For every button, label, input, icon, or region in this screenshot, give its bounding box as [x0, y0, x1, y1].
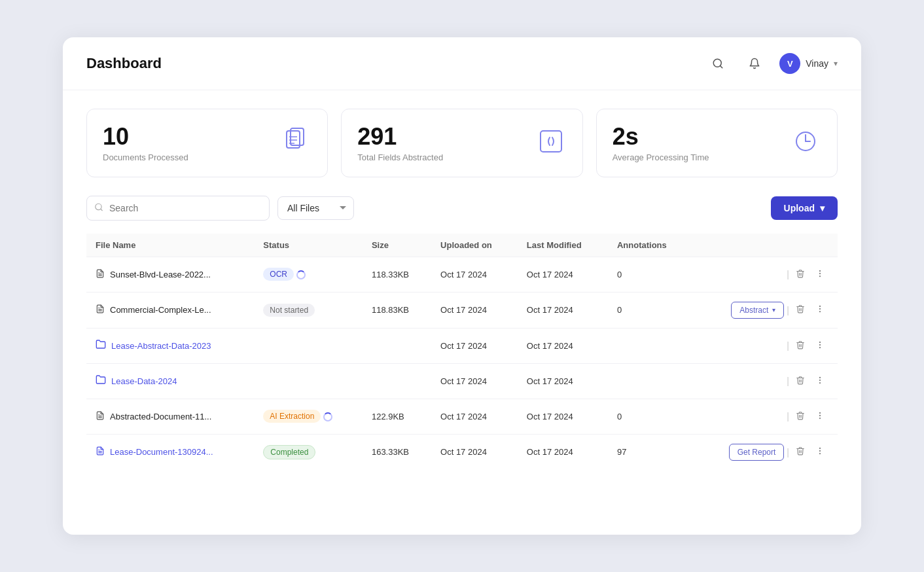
svg-point-20 [819, 306, 820, 306]
file-name-cell: Lease-Data-2024 [86, 363, 254, 399]
svg-point-31 [819, 412, 820, 413]
stat-label-documents: Documents Processed [103, 152, 188, 162]
table-row: Lease-Data-2024Oct 17 2024Oct 17 2024| [86, 363, 838, 399]
search-input[interactable] [86, 196, 270, 221]
loading-spinner [296, 270, 306, 279]
main-content: 10 Documents Processed 291 [63, 90, 861, 488]
abstract-button[interactable]: Abstract ▾ [731, 302, 784, 319]
size-cell: 118.83KB [363, 292, 431, 328]
file-name-label[interactable]: Lease-Document-130924... [110, 447, 213, 457]
trash-icon [796, 411, 805, 420]
more-options-button[interactable] [811, 302, 828, 318]
stat-value-documents: 10 [103, 124, 188, 150]
more-options-button[interactable] [811, 266, 828, 283]
annotations-cell [608, 363, 692, 399]
file-name-cell: Lease-Document-130924... [86, 434, 254, 470]
uploaded-cell: Oct 17 2024 [431, 292, 518, 328]
upload-chevron-icon: ▾ [820, 203, 825, 213]
actions-cell: | [692, 328, 838, 363]
fields-icon [535, 126, 567, 160]
more-icon [815, 304, 825, 313]
size-cell: 122.9KB [363, 399, 431, 434]
more-icon [815, 446, 825, 456]
notification-button[interactable] [743, 52, 766, 75]
col-annotations: Annotations [608, 234, 692, 257]
svg-point-32 [819, 415, 820, 416]
status-cell: OCR [254, 257, 363, 292]
annotations-cell: 0 [608, 257, 692, 292]
more-options-button[interactable] [811, 373, 828, 389]
table-row: Sunset-Blvd-Lease-2022...OCR118.33KBOct … [86, 257, 838, 292]
stat-card-time: 2s Average Processing Time [596, 109, 838, 177]
delete-button[interactable] [792, 373, 809, 389]
col-modified: Last Modified [518, 234, 608, 257]
more-options-button[interactable] [811, 408, 828, 425]
svg-point-22 [819, 312, 820, 312]
folder-icon [96, 339, 106, 352]
toolbar: All Files Documents Folders Upload ▾ [86, 196, 838, 221]
file-name-label: Commercial-Complex-Le... [110, 305, 211, 315]
trash-icon [796, 304, 805, 313]
delete-button[interactable] [792, 408, 809, 425]
svg-line-1 [720, 65, 722, 67]
file-name-label[interactable]: Lease-Data-2024 [111, 376, 177, 386]
status-cell: AI Extraction [254, 399, 363, 434]
svg-point-17 [819, 276, 820, 276]
user-name-label: Vinay [806, 58, 828, 69]
modified-cell: Oct 17 2024 [518, 434, 608, 470]
delete-button[interactable] [792, 444, 809, 460]
annotations-cell: 97 [608, 434, 692, 470]
action-divider: | [787, 269, 789, 279]
uploaded-cell: Oct 17 2024 [431, 363, 518, 399]
svg-point-33 [819, 418, 820, 418]
stat-info-time: 2s Average Processing Time [613, 124, 709, 162]
more-options-button[interactable] [811, 444, 828, 460]
modified-cell: Oct 17 2024 [518, 363, 608, 399]
delete-button[interactable] [792, 338, 809, 354]
col-size: Size [363, 234, 431, 257]
table-row: Lease-Document-130924...Completed163.33K… [86, 434, 838, 470]
upload-button[interactable]: Upload ▾ [771, 196, 838, 220]
status-cell [254, 328, 363, 363]
svg-point-27 [819, 380, 820, 380]
delete-button[interactable] [792, 302, 809, 318]
more-options-button[interactable] [811, 338, 828, 354]
get-report-button[interactable]: Get Report [729, 444, 785, 461]
svg-point-26 [819, 377, 820, 378]
uploaded-cell: Oct 17 2024 [431, 328, 518, 363]
doc-icon [96, 446, 105, 458]
size-cell [363, 363, 431, 399]
modified-cell: Oct 17 2024 [518, 292, 608, 328]
user-menu[interactable]: V Vinay ▾ [779, 53, 838, 74]
svg-rect-7 [541, 131, 561, 152]
stat-info-documents: 10 Documents Processed [103, 124, 188, 162]
status-badge: Completed [263, 445, 315, 459]
more-icon [815, 376, 825, 385]
table-row: Commercial-Complex-Le...Not started118.8… [86, 292, 838, 328]
delete-button[interactable] [792, 266, 809, 283]
col-filename: File Name [86, 234, 254, 257]
search-icon-inner [94, 202, 103, 213]
file-type-filter[interactable]: All Files Documents Folders [277, 196, 354, 220]
stat-label-time: Average Processing Time [613, 152, 709, 162]
annotations-cell [608, 328, 692, 363]
actions-cell: Get Report| [692, 434, 838, 470]
file-name-label[interactable]: Lease-Abstract-Data-2023 [111, 341, 211, 351]
action-divider: | [787, 411, 789, 421]
search-wrap [86, 196, 270, 221]
modified-cell: Oct 17 2024 [518, 257, 608, 292]
actions-cell: | [692, 257, 838, 292]
more-icon [815, 340, 825, 349]
svg-point-36 [819, 448, 820, 448]
status-cell: Not started [254, 292, 363, 328]
svg-point-37 [819, 451, 820, 452]
status-cell: Completed [254, 434, 363, 470]
doc-icon [96, 304, 105, 316]
trash-icon [796, 376, 805, 385]
col-actions [692, 234, 838, 257]
table-row: Lease-Abstract-Data-2023Oct 17 2024Oct 1… [86, 328, 838, 363]
action-divider: | [787, 305, 789, 315]
svg-point-21 [819, 309, 820, 310]
search-button[interactable] [706, 52, 730, 75]
search-icon [712, 58, 724, 69]
